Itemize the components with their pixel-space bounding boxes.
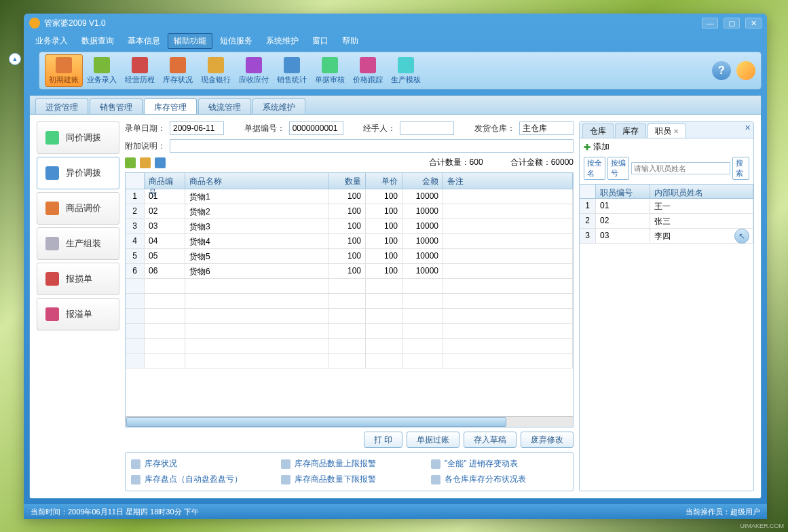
sidebar-diff-price-transfer[interactable]: 异价调拨 [37, 157, 119, 189]
receipt-icon [246, 57, 262, 73]
close-button[interactable]: ✕ [745, 18, 762, 28]
link-stocktake[interactable]: 库存盘点（自动盘盈盘亏） [131, 474, 267, 485]
table-row[interactable]: 303货物310010010000 [126, 219, 573, 234]
collapse-ribbon-button[interactable]: ▲ [9, 53, 21, 65]
tab-inventory[interactable]: 库存管理 [144, 98, 197, 114]
h-scrollbar[interactable] [126, 416, 573, 427]
panel-tab-stock[interactable]: 库存 [615, 124, 646, 138]
panel-close-icon[interactable]: ✕ [745, 124, 751, 132]
table-row[interactable]: 404货物410010010000 [126, 234, 573, 249]
col-note[interactable]: 备注 [443, 173, 573, 189]
table-row[interactable]: 505货物510010010000 [126, 249, 573, 264]
sidebar-price-adjust[interactable]: 商品调价 [37, 192, 119, 225]
tab-close-icon[interactable]: ✕ [673, 128, 679, 135]
warehouse-input[interactable] [519, 121, 574, 135]
tool-cash-bank[interactable]: 现金银行 [197, 54, 235, 87]
tab-cashflow[interactable]: 钱流管理 [198, 98, 251, 114]
statusbar: 当前时间：2009年06月11日 星期四 18时30分 下午 当前操作员：超级用… [24, 504, 767, 519]
scroll-up-icon[interactable]: ↖ [734, 229, 749, 244]
menu-data-query[interactable]: 数据查询 [75, 33, 120, 49]
list-item[interactable]: 101王一 [580, 199, 753, 214]
tool-business-history[interactable]: 经营历程 [121, 54, 159, 87]
table-row[interactable] [126, 294, 573, 309]
search-button[interactable]: 搜索 [732, 157, 749, 180]
date-input[interactable] [170, 121, 224, 135]
table-row[interactable]: 101货物110010010000 [126, 189, 573, 204]
tool-receivable-payable[interactable]: 应收应付 [235, 54, 273, 87]
brand-icon[interactable] [736, 61, 755, 80]
menu-window[interactable]: 窗口 [306, 33, 335, 49]
menu-help[interactable]: 帮助 [336, 33, 364, 49]
emp-col-code[interactable]: 职员编号 [596, 185, 650, 198]
minimize-button[interactable]: — [702, 18, 718, 28]
col-amount[interactable]: 金额 [402, 173, 443, 189]
employee-search-input[interactable] [631, 162, 730, 174]
col-name[interactable]: 商品名称 [185, 173, 329, 189]
watermark: UIMAKER.COM [740, 522, 784, 529]
tool-business-entry[interactable]: 业务录入 [83, 54, 121, 87]
note-label: 附加说明： [125, 140, 166, 152]
tool-initial-account[interactable]: 初期建账 [45, 54, 83, 87]
table-row[interactable] [126, 324, 573, 339]
panel-tab-warehouse[interactable]: 仓库 [582, 124, 614, 138]
sidebar-production[interactable]: 生产组装 [37, 227, 119, 260]
tab-purchase[interactable]: 进货管理 [35, 98, 88, 114]
note-input[interactable] [170, 139, 574, 153]
money-icon [208, 57, 224, 73]
sidebar-same-price-transfer[interactable]: 同价调拨 [37, 121, 119, 154]
sidebar-overflow-report[interactable]: 报溢单 [37, 298, 119, 330]
add-button[interactable]: 添加 [593, 141, 609, 153]
summary-qty: 合计数量：600 [429, 157, 483, 168]
audit-icon [322, 57, 338, 73]
link-upper-alarm[interactable]: 库存商品数量上限报警 [281, 458, 417, 470]
table-row[interactable] [126, 339, 573, 354]
draft-button[interactable]: 存入草稿 [464, 432, 517, 448]
billno-input[interactable] [289, 121, 343, 135]
table-row[interactable]: 202货物210010010000 [126, 204, 573, 219]
help-icon[interactable]: ? [712, 61, 731, 80]
print-button[interactable]: 打 印 [364, 432, 402, 448]
col-price[interactable]: 单价 [366, 173, 402, 189]
list-item[interactable]: 202张三 [580, 214, 753, 229]
table-row[interactable] [126, 279, 573, 294]
filter-fullname-button[interactable]: 按全名 [584, 157, 605, 180]
maximize-button[interactable]: ▢ [724, 18, 740, 28]
mini-tool3-icon[interactable] [155, 157, 166, 168]
table-row[interactable]: 606货物610010010000 [126, 264, 573, 279]
link-inventory-status[interactable]: 库存状况 [131, 458, 267, 470]
col-qty[interactable]: 数量 [329, 173, 366, 189]
discard-button[interactable]: 废弃修改 [521, 432, 574, 448]
tool-sales-stats[interactable]: 销售统计 [273, 54, 311, 87]
tool-production-template[interactable]: 生产模板 [387, 54, 425, 87]
mini-tool1-icon[interactable] [125, 157, 136, 168]
tool-doc-audit[interactable]: 单据审核 [311, 54, 349, 87]
menu-basic-info[interactable]: 基本信息 [121, 33, 166, 49]
menu-sms[interactable]: 短信服务 [214, 33, 259, 49]
tool-price-track[interactable]: 价格跟踪 [349, 54, 387, 87]
panel-tab-employee[interactable]: 职员✕ [648, 124, 686, 138]
link-warehouse-dist[interactable]: 各仓库库存分布状况表 [431, 474, 567, 485]
tab-sales[interactable]: 销售管理 [90, 98, 143, 114]
link-full-change[interactable]: "全能" 进销存变动表 [431, 458, 567, 470]
tool-inventory-status[interactable]: 库存状况 [159, 54, 197, 87]
tab-sysmaint[interactable]: 系统维护 [252, 98, 305, 114]
sidebar-loss-report[interactable]: 报损单 [37, 263, 119, 295]
emp-col-name[interactable]: 内部职员姓名 [650, 185, 753, 198]
status-user: 当前操作员：超级用户 [686, 507, 760, 517]
mini-tool2-icon[interactable] [140, 157, 151, 168]
table-row[interactable] [126, 309, 573, 324]
house-icon [170, 57, 186, 73]
filter-code-button[interactable]: 按编号 [607, 157, 629, 180]
menu-business-entry[interactable]: 业务录入 [29, 33, 74, 49]
menu-aux-functions[interactable]: 辅助功能 [168, 33, 212, 49]
right-panel: ✕ 仓库 库存 职员✕ ✚ 添加 按全名 按编号 搜索 [579, 121, 754, 491]
handler-input[interactable] [400, 121, 454, 135]
list-item[interactable]: 303李四 [580, 229, 753, 244]
transfer2-icon [45, 166, 59, 180]
col-code[interactable]: 商品编号 [145, 173, 185, 189]
link-lower-alarm[interactable]: 库存商品数量下限报警 [281, 474, 417, 485]
table-row[interactable] [126, 354, 573, 368]
post-button[interactable]: 单据过账 [407, 432, 459, 448]
history-icon [132, 57, 148, 73]
menu-sys-maint[interactable]: 系统维护 [260, 33, 305, 49]
